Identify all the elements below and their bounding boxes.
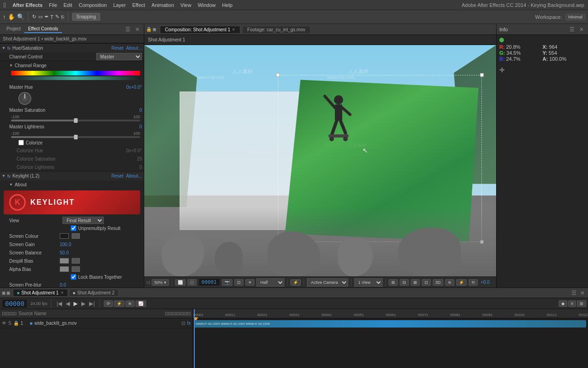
selection-tool-icon[interactable]: ↑ [3,13,6,20]
keylight-about-section-header[interactable]: ▼ About [0,180,144,189]
transport-play[interactable]: ▶ [72,300,79,307]
transport-next-frame[interactable]: ▶ [80,300,87,307]
paint-tool-icon[interactable]: ✎ [55,14,59,20]
menu-file[interactable]: File [49,2,57,8]
motion-blur-btn[interactable]: ≋ [445,279,454,286]
zoom-dropdown[interactable]: 50% ▾ [152,279,169,286]
handle-tr[interactable] [480,73,484,77]
hue-sat-header[interactable]: ▼ fx Hue/Saturation Reset About... [0,43,144,52]
tl-panel-menu-icon[interactable]: ☰ [570,289,578,297]
tl-motion-btn[interactable]: ≋ [125,300,135,307]
layer-1-switch-1[interactable]: ⊡ [181,321,185,326]
apple-menu[interactable]:  [4,1,6,9]
tl-playback-btn[interactable]: ⟳ [104,300,113,307]
menu-window[interactable]: Window [198,2,215,8]
screen-gain-value[interactable]: 100.0 [60,242,71,247]
colorize-checkbox[interactable] [18,140,24,145]
comp-tab-shot-close[interactable]: ✕ [232,28,235,32]
keylight-about[interactable]: About... [126,173,142,178]
layer-1-eye-icon[interactable]: 👁 [2,321,6,326]
handle-tl[interactable] [276,73,280,77]
menu-effect[interactable]: Effect [132,2,145,8]
despill-swatch[interactable] [60,258,69,264]
master-sat-handle[interactable] [74,118,78,123]
view-count-dropdown[interactable]: 1 View 2 Views 4 Views [354,278,383,287]
rulers-btn[interactable]: ⊠ [411,279,420,286]
alpha-btn[interactable] [72,266,80,272]
screen-colour-btn[interactable] [72,233,80,239]
rotate-tool-icon[interactable]: ↻ [32,14,36,20]
transport-last-frame[interactable]: ▶| [88,300,96,307]
reset-exposure-btn[interactable]: ⟲ [469,279,478,286]
menu-view[interactable]: View [181,2,192,8]
snapshot-btn[interactable]: 📷 [222,279,232,286]
clone-tool-icon[interactable]: ⎘ [61,14,64,20]
quality-dropdown[interactable]: Half Full Third Quarter [256,278,284,287]
fit-button[interactable]: ⬜ [175,279,186,286]
panel-close-icon[interactable]: ✕ [134,26,141,33]
unpremultiply-checkbox[interactable] [71,225,76,231]
pen-tool-icon[interactable]: ✒ [45,14,49,20]
tl-add-marker[interactable]: ◆ [559,300,567,307]
tl-graph-btn[interactable]: 📈 [136,300,146,307]
tab-effect-controls[interactable]: Effect Controls [24,25,62,33]
layer-1-fx-indicator[interactable]: fx [187,321,191,326]
info-menu-icon[interactable]: ☰ [568,26,576,33]
despill-btn[interactable] [72,258,80,264]
grid-btn[interactable]: ⊞ [389,279,398,286]
text-tool-icon[interactable]: T [51,14,54,20]
comp-tab-footage[interactable]: Footage: car_cu_int_gs.mov [242,26,310,33]
master-lightness-handle[interactable] [74,135,78,139]
tl-tab-shot2[interactable]: ■ Shot Adjustment 2 [69,289,119,297]
transport-prev-frame[interactable]: ◀ [64,300,71,307]
hue-dial[interactable] [18,92,31,105]
master-lightness-value[interactable]: 0 [128,124,142,129]
layer-1-lock-icon[interactable]: 🔒 [13,321,19,326]
comp-timecode[interactable]: 00001 [198,278,220,286]
3d-btn[interactable]: 3D [433,279,444,286]
screen-preblur-value[interactable]: 0.0 [60,282,66,288]
screen-colour-swatch[interactable] [60,233,69,239]
master-sat-value[interactable]: 0 [128,108,142,113]
draft-btn[interactable]: ⚡ [456,279,467,286]
zoom-tool-icon[interactable]: 🔍 [17,13,24,20]
tab-project[interactable]: Project [3,25,24,33]
menu-edit[interactable]: Edit [63,2,72,8]
menu-composition[interactable]: Composition [79,2,107,8]
view-dropdown[interactable]: Final Result [62,217,104,224]
show-channel-btn[interactable]: ⊡ [234,279,243,286]
master-lightness-slider[interactable] [11,136,140,138]
hand-tool-icon[interactable]: ✋ [8,13,15,20]
master-sat-slider[interactable] [11,120,140,121]
snapping-button[interactable]: Snapping [72,13,100,21]
tl-panel-close-icon[interactable]: ✕ [579,289,586,297]
tl-flow-btn[interactable]: ⊞ [577,300,586,307]
workspace-dropdown[interactable]: Minimal [565,14,585,20]
keylight-header[interactable]: ▼ fx Keylight (1.2) Reset About... [0,171,144,180]
channel-control-dropdown[interactable]: Master [96,53,142,60]
screen-balance-value[interactable]: 50.0 [60,250,68,255]
transport-first-frame[interactable]: |◀ [55,300,63,307]
master-hue-value[interactable]: 0x+0.0° [126,85,142,90]
layer-bar-1[interactable]: www.rr-sc.com www.rr-sc.com www.rr-sc.co… [194,320,586,328]
fast-preview-btn[interactable]: ⚡ [290,279,301,286]
channel-range-header[interactable]: ▼ Channel Range [0,61,144,70]
tl-tab-shot1[interactable]: ■ Shot Adjustment 1 ✕ [13,289,68,297]
playhead[interactable] [194,309,195,368]
effects-scroll-area[interactable]: ▼ fx Hue/Saturation Reset About... Chann… [0,43,144,288]
hue-sat-reset[interactable]: Reset [111,46,123,51]
layer-1-solo-icon[interactable]: S [8,321,11,326]
exposure-btn[interactable]: ☀ [245,279,254,286]
tl-track-area[interactable]: 00001 00011 00021 00031 00041 00051 0006… [193,309,588,368]
layer-row-1[interactable]: 👁 S 🔒 1 ■ wide_backlit_gs.mov ⊡ fx [0,318,192,328]
guides-btn[interactable]: ⊟ [400,279,409,286]
info-close-icon[interactable]: ✕ [578,26,585,33]
tl-preview-btn[interactable]: ⚡ [114,300,124,307]
rectangle-tool-icon[interactable]: ▭ [38,14,43,20]
lock-biases-checkbox[interactable] [71,274,76,280]
app-name[interactable]: After Effects [12,2,42,8]
menu-layer[interactable]: Layer [113,2,126,8]
safe-zones-btn[interactable]: ⊡ [422,279,431,286]
pixel-button[interactable]: ⬡ [187,279,197,286]
tl-tab-shot1-close[interactable]: ✕ [61,291,64,295]
